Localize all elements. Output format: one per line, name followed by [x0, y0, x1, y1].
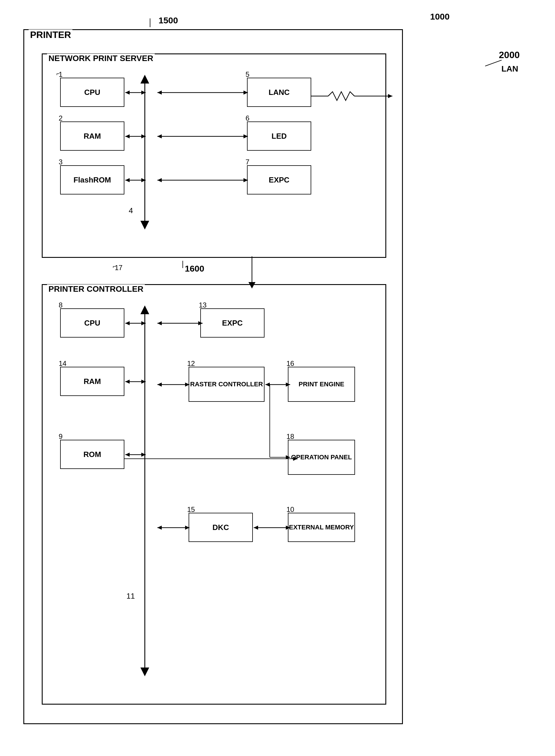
- svg-marker-10: [141, 178, 146, 182]
- dkc-box: DKC: [188, 513, 253, 542]
- ref-13: 13: [199, 301, 207, 309]
- svg-marker-1: [140, 75, 149, 84]
- svg-marker-8: [125, 134, 130, 138]
- expc-nps-box: EXPC: [247, 165, 311, 195]
- svg-marker-16: [244, 134, 248, 138]
- svg-marker-34: [125, 380, 130, 384]
- ref-4: 4: [129, 206, 133, 215]
- svg-marker-2: [140, 221, 149, 229]
- ram-pc-box: RAM: [60, 367, 124, 396]
- svg-marker-57: [293, 457, 298, 461]
- ref-7: 7: [246, 158, 249, 166]
- ref-17-arc: ⌐: [113, 263, 116, 270]
- ref-1-arc: ⌐: [56, 70, 60, 77]
- svg-marker-28: [140, 668, 149, 676]
- svg-marker-43: [157, 382, 162, 387]
- expc-pc-box: EXPC: [200, 308, 264, 338]
- expc-nps-arrow: [156, 176, 249, 184]
- printer-label: PRINTER: [29, 30, 73, 40]
- lanc-arrow: [156, 89, 249, 96]
- nps-box: NETWORK PRINT SERVER CPU 1 ⌐ RAM 2 Flash…: [42, 53, 386, 258]
- ram-nps-arrow: [124, 133, 147, 140]
- ref-1600: 1600: [185, 264, 204, 274]
- lan-line: [485, 60, 502, 66]
- dkc-arrow: [156, 524, 191, 532]
- svg-marker-7: [141, 134, 146, 138]
- led-arrow: [156, 133, 249, 140]
- ref-3: 3: [59, 158, 62, 166]
- pc-box: PRINTER CONTROLLER CPU 8 RAM 14 ROM 9 EX…: [42, 284, 386, 705]
- rom-box: ROM: [60, 440, 124, 469]
- led-box: LED: [247, 122, 311, 151]
- svg-marker-23: [388, 94, 392, 98]
- cpu-pc-arrow: [124, 320, 147, 327]
- svg-marker-5: [125, 90, 130, 95]
- svg-marker-17: [157, 134, 162, 138]
- ref-1500: 1500: [159, 15, 178, 26]
- cpu-pc-box: CPU: [60, 308, 124, 338]
- svg-marker-20: [157, 178, 162, 182]
- svg-marker-14: [157, 90, 162, 95]
- ref-15: 15: [187, 505, 195, 514]
- ref-11: 11: [126, 592, 135, 601]
- svg-marker-27: [140, 305, 149, 314]
- ref-5: 5: [246, 70, 249, 79]
- ref-1600-line: [182, 261, 183, 268]
- print-engine-box: PRINT ENGINE: [288, 367, 355, 402]
- pc-label: PRINTER CONTROLLER: [47, 284, 145, 294]
- lanc-box: LANC: [247, 78, 311, 107]
- ref-16: 16: [287, 360, 294, 368]
- printer-box: PRINTER 1500 NETWORK PRINT SERVER CPU 1 …: [24, 29, 403, 724]
- ram-pc-arrow: [124, 378, 147, 385]
- flashrom-arrow: [124, 176, 147, 184]
- nps-label: NETWORK PRINT SERVER: [47, 54, 155, 63]
- ref-9: 9: [59, 432, 62, 440]
- pc-bus-arrow: [133, 302, 157, 682]
- svg-marker-39: [198, 321, 203, 325]
- svg-marker-45: [185, 526, 189, 530]
- ref-12: 12: [187, 360, 195, 368]
- svg-marker-46: [157, 526, 162, 530]
- ref-2: 2: [59, 114, 62, 122]
- cpu-nps-arrow: [124, 89, 147, 96]
- svg-marker-19: [244, 178, 248, 182]
- svg-marker-54: [286, 526, 290, 530]
- ref-2000-label: 2000: [499, 50, 520, 60]
- expc-pc-arrow: [156, 320, 204, 327]
- ref-10: 10: [287, 505, 294, 514]
- raster-op-line: [264, 384, 293, 460]
- svg-marker-4: [141, 90, 146, 95]
- raster-arrow: [156, 381, 191, 388]
- svg-marker-33: [141, 380, 146, 384]
- cpu-nps-box: CPU: [60, 78, 124, 107]
- svg-marker-30: [141, 321, 146, 325]
- svg-marker-55: [254, 526, 258, 530]
- ram-nps-box: RAM: [60, 122, 124, 151]
- svg-marker-40: [157, 321, 162, 325]
- ref-1500-line: [150, 18, 151, 27]
- diagram-container: 1000 PRINTER 1500 NETWORK PRINT SERVER C…: [17, 12, 537, 748]
- lanc-lan-line: [311, 89, 398, 106]
- svg-marker-11: [125, 178, 130, 182]
- lan-text: LAN: [501, 64, 518, 74]
- flashrom-box: FlashROM: [60, 165, 124, 195]
- svg-marker-13: [244, 90, 248, 95]
- ref-8: 8: [59, 301, 62, 309]
- raster-box: RASTER CONTROLLER: [188, 367, 264, 402]
- dkc-ext-arrow: [252, 524, 292, 532]
- nps-pc-connection: [238, 256, 266, 289]
- rom-op-line: [124, 454, 299, 463]
- svg-marker-42: [185, 382, 189, 387]
- svg-marker-31: [125, 321, 130, 325]
- ref-14: 14: [59, 360, 67, 368]
- ref-1000: 1000: [430, 12, 450, 22]
- ref-6: 6: [246, 114, 249, 122]
- ext-memory-box: EXTERNAL MEMORY: [288, 513, 355, 542]
